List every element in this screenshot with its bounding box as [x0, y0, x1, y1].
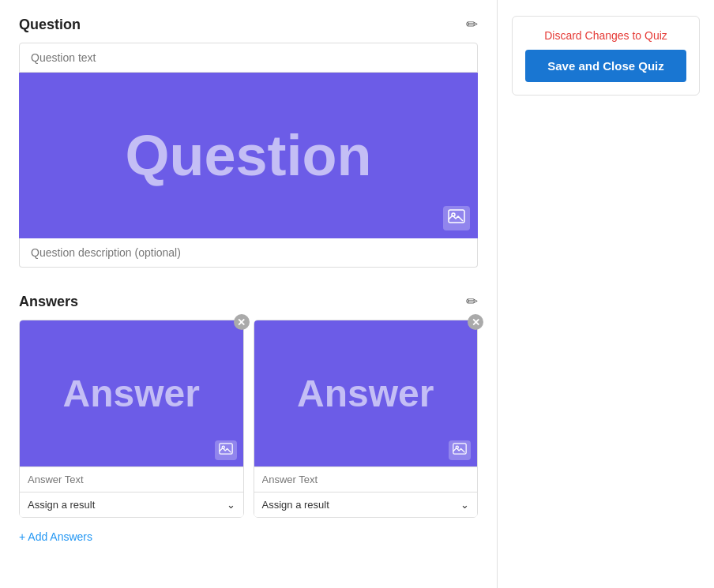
answer-result-label-1: Assign a result [28, 499, 95, 511]
chevron-down-icon-2: ⌄ [460, 499, 469, 511]
question-section-header: Question ✏ [19, 16, 478, 33]
answers-section: Answers ✏ ✕ Answer [19, 293, 478, 544]
question-image-area: Question [19, 73, 478, 238]
answer-remove-btn-2[interactable]: ✕ [468, 314, 483, 330]
answer-remove-btn-1[interactable]: ✕ [234, 314, 250, 330]
answer-image-text-2: Answer [297, 372, 434, 415]
answer-result-dropdown-1[interactable]: Assign a result ⌄ [20, 492, 243, 517]
answer-image-text-1: Answer [63, 372, 200, 415]
question-image-upload-icon[interactable] [443, 206, 470, 230]
question-image-big-text: Question [125, 123, 371, 188]
question-description-input[interactable] [19, 238, 478, 268]
answer-result-dropdown-2[interactable]: Assign a result ⌄ [254, 492, 478, 517]
question-text-input[interactable] [19, 43, 478, 73]
add-answers-button[interactable]: + Add Answers [19, 530, 92, 543]
answers-section-header: Answers ✏ [19, 293, 478, 310]
chevron-down-icon-1: ⌄ [227, 499, 235, 511]
answer-card-1: ✕ Answer Assign a result ⌄ [19, 320, 244, 518]
sidebar-card: Discard Changes to Quiz Save and Close Q… [512, 16, 700, 96]
discard-changes-link[interactable]: Discard Changes to Quiz [525, 29, 686, 42]
answers-edit-icon[interactable]: ✏ [466, 293, 478, 310]
answer-image-area-2: Answer [254, 320, 478, 466]
answer-image-upload-icon-2[interactable] [449, 440, 471, 460]
question-section-title: Question [19, 17, 81, 33]
answers-grid: ✕ Answer Assign a result ⌄ [19, 320, 478, 518]
answers-section-title: Answers [19, 294, 78, 310]
question-edit-icon[interactable]: ✏ [466, 16, 478, 33]
answer-result-label-2: Assign a result [262, 499, 329, 511]
answer-text-input-1[interactable] [20, 466, 243, 492]
answer-image-upload-icon-1[interactable] [215, 440, 237, 460]
answer-card-2: ✕ Answer Assign a result ⌄ [254, 320, 479, 518]
answer-text-input-2[interactable] [254, 466, 478, 492]
right-panel: Discard Changes to Quiz Save and Close Q… [498, 0, 714, 588]
save-close-button[interactable]: Save and Close Quiz [525, 50, 686, 82]
left-panel: Question ✏ Question Answers ✏ ✕ Answe [0, 0, 498, 588]
answer-image-area-1: Answer [20, 320, 243, 466]
